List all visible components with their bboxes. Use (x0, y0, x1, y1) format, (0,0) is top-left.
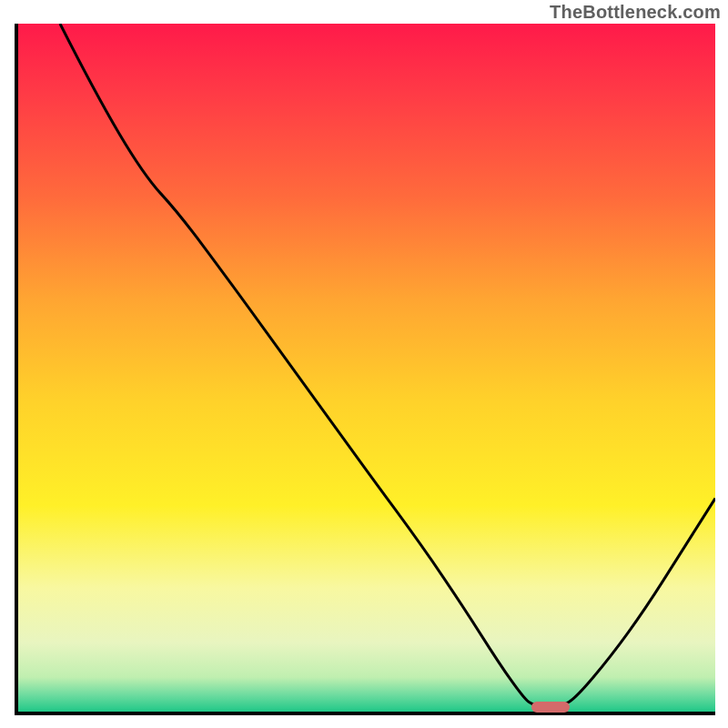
chart-container: TheBottleneck.com (0, 0, 728, 728)
plot-area (15, 24, 715, 715)
bottleneck-curve (60, 24, 715, 706)
optimal-marker (531, 702, 570, 713)
watermark-text: TheBottleneck.com (550, 2, 721, 23)
curve-layer (18, 24, 715, 712)
